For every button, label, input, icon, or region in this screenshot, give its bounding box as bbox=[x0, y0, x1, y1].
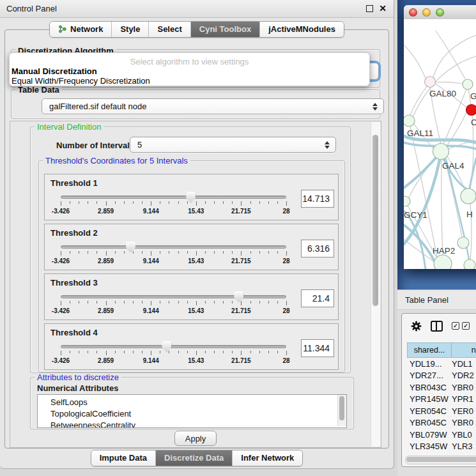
slider-track[interactable] bbox=[61, 345, 286, 348]
attributes-scrollbar[interactable] bbox=[337, 395, 346, 426]
stepper-icon bbox=[325, 141, 330, 149]
window-title: Control Panel bbox=[6, 4, 57, 13]
tab-jactivemnodules[interactable]: jActiveMNodules bbox=[259, 22, 344, 37]
network-view-area: GAL80 GA C GAL11 GAL4 GCY1 H HAP2 bbox=[397, 0, 476, 289]
algorithm-option-equal-width[interactable]: Equal Width/Frequency Discretization bbox=[10, 77, 369, 86]
slider-track[interactable] bbox=[61, 245, 286, 249]
checkbox-icon[interactable]: ✓ bbox=[452, 322, 459, 330]
table-row[interactable]: YER054CYER0 bbox=[407, 405, 476, 417]
float-window-icon[interactable] bbox=[366, 5, 373, 12]
table-horizontal-scrollbar[interactable] bbox=[405, 456, 476, 464]
zoom-traffic-light-icon[interactable] bbox=[436, 8, 444, 17]
minimize-traffic-light-icon[interactable] bbox=[422, 8, 431, 17]
attributes-title: Attributes to discretize bbox=[35, 373, 121, 381]
table-row[interactable]: YPR145WYPR1 bbox=[407, 394, 476, 406]
node-gal4[interactable] bbox=[433, 144, 449, 160]
network-window: GAL80 GA C GAL11 GAL4 GCY1 H HAP2 bbox=[404, 5, 476, 269]
table-cell: YBR045C bbox=[407, 418, 452, 427]
table-cell: YBR0 bbox=[452, 383, 476, 392]
table-toolbar: ✓ ✓ bbox=[402, 318, 476, 334]
tab-infer-network-label: Infer Network bbox=[241, 453, 294, 463]
table-row[interactable]: YBR043CYBR0 bbox=[407, 381, 476, 394]
threshold-slider[interactable]: -3.4262.8599.14415.4321.71528 bbox=[61, 341, 286, 367]
interval-definition-group: Interval Definition Number of Intervals … bbox=[30, 127, 351, 373]
threshold-slider[interactable]: -3.4262.8599.14415.4321.71528 bbox=[61, 291, 286, 318]
attribute-item[interactable]: TopologicalCoefficient bbox=[50, 408, 346, 420]
tab-discretize-data-label: Discretize Data bbox=[164, 453, 224, 463]
node[interactable] bbox=[434, 255, 452, 269]
close-icon[interactable]: ✕ bbox=[379, 3, 387, 13]
tab-infer-network[interactable]: Infer Network bbox=[232, 450, 302, 466]
algorithm-option-manual[interactable]: Manual Discretization bbox=[10, 67, 369, 77]
tick-label: 15.43 bbox=[188, 357, 204, 364]
scrollbar-thumb[interactable] bbox=[339, 396, 344, 420]
slider-track[interactable] bbox=[61, 196, 286, 199]
tab-cyni-toolbox-label: Cyni Toolbox bbox=[199, 24, 251, 34]
close-traffic-light-icon[interactable] bbox=[409, 8, 417, 17]
node-h[interactable] bbox=[461, 188, 476, 204]
table-row[interactable]: YDR27...YDR2 bbox=[407, 370, 476, 382]
tab-style[interactable]: Style bbox=[111, 22, 148, 37]
apply-button[interactable]: Apply bbox=[174, 431, 217, 446]
tick-label: -3.426 bbox=[52, 357, 70, 364]
tick-label: -3.426 bbox=[52, 257, 70, 265]
threshold-slider[interactable]: -3.4262.8599.14415.4321.71528 bbox=[61, 241, 286, 268]
table-row[interactable]: YDL19...YDL1 bbox=[407, 358, 476, 370]
network-canvas[interactable]: GAL80 GA C GAL11 GAL4 GCY1 H HAP2 bbox=[404, 19, 476, 269]
threshold-value-field[interactable]: 14.713 bbox=[301, 190, 334, 208]
table-cell: YPR1 bbox=[452, 394, 476, 404]
checkbox-icon[interactable]: ✓ bbox=[462, 322, 470, 330]
node-gal11[interactable] bbox=[404, 115, 415, 127]
number-of-intervals-combobox[interactable]: 5 bbox=[130, 137, 336, 153]
table-row[interactable]: YBL079WYBL0 bbox=[407, 429, 476, 441]
tab-impute-data-label: Impute Data bbox=[100, 453, 147, 463]
tick-label: 28 bbox=[282, 357, 289, 364]
table-cell: YBR043C bbox=[407, 383, 452, 392]
tick-label: 21.715 bbox=[231, 307, 251, 314]
threshold-value-field[interactable]: 21.4 bbox=[301, 289, 334, 307]
scrollbar-thumb[interactable] bbox=[406, 457, 476, 462]
node-selected-red[interactable] bbox=[466, 105, 476, 116]
attribute-item[interactable]: SelfLoops bbox=[50, 397, 346, 408]
thresholds-group: Threshold's Coordinates for 5 Intervals … bbox=[38, 160, 345, 372]
tick-label: -3.426 bbox=[52, 307, 70, 314]
node[interactable] bbox=[463, 79, 473, 89]
node-hap2[interactable] bbox=[457, 237, 469, 249]
attribute-item[interactable]: BetweennessCentrality bbox=[50, 420, 346, 428]
slider-tick-labels: -3.4262.8599.14415.4321.71528 bbox=[61, 357, 286, 365]
settings-scrollbar[interactable] bbox=[371, 122, 380, 447]
threshold-value-field[interactable]: 6.316 bbox=[301, 240, 334, 257]
stepper-icon bbox=[372, 103, 378, 111]
numerical-attributes-heading: Numerical Attributes bbox=[37, 383, 118, 393]
tick-label: 21.715 bbox=[231, 357, 251, 364]
column-header-name[interactable]: n... bbox=[452, 342, 476, 358]
scrollbar-thumb[interactable] bbox=[372, 135, 378, 306]
numerical-attributes-list[interactable]: SelfLoopsTopologicalCoefficientBetweenne… bbox=[37, 394, 347, 428]
node-gcy1[interactable] bbox=[404, 196, 410, 206]
tab-discretize-data[interactable]: Discretize Data bbox=[155, 450, 232, 466]
tick-label: 21.715 bbox=[231, 208, 251, 215]
tick-label: -3.426 bbox=[52, 208, 70, 215]
threshold-row: Threshold 1 -3.4262.8599.14415.4321.7152… bbox=[44, 174, 339, 220]
threshold-slider[interactable]: -3.4262.8599.14415.4321.71528 bbox=[61, 191, 286, 218]
table-row[interactable]: YLR345WYLR3 bbox=[407, 441, 476, 453]
gear-icon[interactable] bbox=[411, 321, 422, 332]
tick-label: 2.859 bbox=[98, 307, 114, 314]
tab-network[interactable]: Network bbox=[50, 22, 111, 37]
node-gal80[interactable] bbox=[425, 77, 436, 88]
column-settings-icon[interactable] bbox=[431, 321, 443, 332]
table-data-combobox[interactable]: galFiltered.sif default node bbox=[42, 98, 384, 114]
node[interactable] bbox=[464, 259, 475, 269]
table-cell: YER0 bbox=[452, 406, 476, 416]
tab-impute-data[interactable]: Impute Data bbox=[91, 450, 155, 466]
interval-definition-title: Interval Definition bbox=[35, 123, 104, 131]
threshold-value-field[interactable]: 11.344 bbox=[301, 339, 334, 357]
slider-track[interactable] bbox=[61, 295, 286, 298]
table-row[interactable]: YBR045CYBR0 bbox=[407, 417, 476, 429]
tab-style-label: Style bbox=[120, 24, 140, 34]
number-of-intervals-label: Number of Intervals bbox=[56, 141, 134, 150]
column-header-shared[interactable]: shared... bbox=[407, 342, 452, 358]
select-columns-icons[interactable]: ✓ ✓ bbox=[452, 322, 470, 330]
tab-cyni-toolbox[interactable]: Cyni Toolbox bbox=[190, 22, 259, 37]
tab-select[interactable]: Select bbox=[148, 22, 190, 37]
